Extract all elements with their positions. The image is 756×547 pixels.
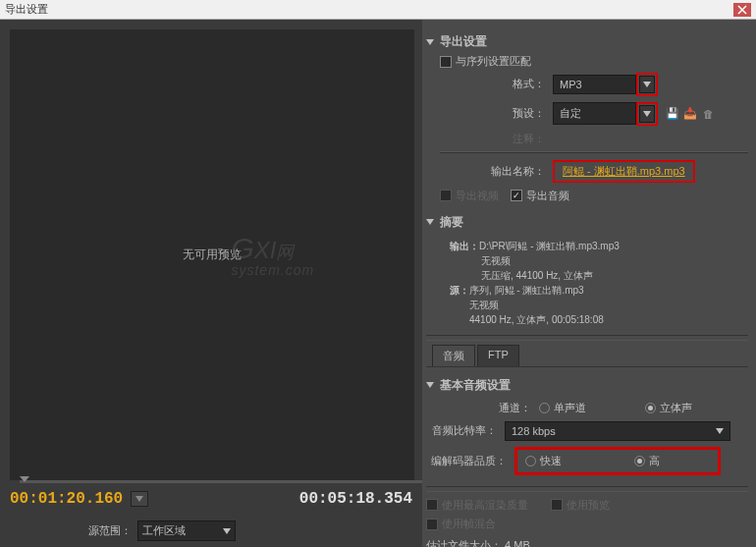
checkbox-icon: [426, 519, 438, 530]
checkbox-icon: [440, 56, 452, 68]
checkbox-icon: [551, 499, 563, 511]
preview-area: 无可用预览 GXI网 system.com: [10, 29, 414, 480]
bitrate-label: 音频比特率：: [426, 423, 505, 438]
comment-label: 注释：: [440, 132, 553, 146]
radio-fast[interactable]: 快速: [525, 454, 562, 468]
summary-header[interactable]: 摘要: [426, 210, 748, 235]
use-preview-checkbox: 使用预览: [551, 498, 610, 513]
preview-panel: 无可用预览 GXI网 system.com 00:01:20.160 00:05…: [0, 20, 422, 547]
bitrate-dropdown[interactable]: 128 kbps: [505, 421, 730, 441]
total-timecode: 00:05:18.354: [299, 490, 412, 508]
output-name-label: 输出名称：: [440, 164, 553, 179]
chevron-down-icon: [426, 219, 434, 225]
save-preset-icon[interactable]: 💾: [664, 106, 681, 122]
summary-block: 输出：D:\PR\阿鲲 - 渊虹出鞘.mp3.mp3 无视频 无压缩, 4410…: [426, 235, 748, 331]
current-timecode: 00:01:20.160: [10, 490, 123, 508]
delete-preset-icon[interactable]: 🗑: [699, 106, 717, 122]
checkbox-icon: [440, 190, 452, 201]
format-label: 格式：: [440, 77, 553, 91]
source-range-label: 源范围：: [88, 523, 132, 538]
radio-icon: [634, 456, 645, 466]
fit-button[interactable]: [131, 491, 148, 507]
radio-stereo[interactable]: 立体声: [645, 401, 692, 415]
titlebar: 导出设置: [0, 0, 756, 20]
chevron-down-icon: [223, 528, 231, 534]
checkbox-icon: [426, 499, 438, 511]
close-icon: [733, 3, 751, 17]
tab-audio[interactable]: 音频: [432, 345, 475, 366]
audio-settings-header[interactable]: 基本音频设置: [426, 373, 748, 398]
radio-high[interactable]: 高: [634, 454, 660, 468]
chevron-down-icon: [426, 382, 434, 388]
filesize-value: 4 MB: [505, 539, 530, 548]
output-name-link[interactable]: 阿鲲 - 渊虹出鞘.mp3.mp3: [563, 165, 685, 177]
timeline-bar: 00:01:20.160 00:05:18.354: [0, 483, 422, 515]
chevron-down-icon: [426, 39, 434, 45]
preset-dropdown-arrow[interactable]: [639, 105, 655, 123]
source-range-dropdown[interactable]: 工作区域: [137, 520, 236, 541]
format-dropdown-arrow[interactable]: [639, 76, 655, 93]
channel-label: 通道：: [426, 401, 539, 415]
radio-icon: [539, 403, 550, 413]
match-sequence-checkbox[interactable]: 与序列设置匹配: [440, 54, 531, 69]
filesize-label: 估计文件大小：: [426, 539, 502, 548]
radio-icon: [525, 456, 536, 466]
tabs: 音频 FTP: [426, 345, 748, 366]
tab-ftp[interactable]: FTP: [477, 345, 519, 366]
export-video-checkbox: 导出视频: [440, 189, 499, 203]
checkbox-icon: [511, 190, 522, 201]
quality-label: 编解码器品质：: [426, 454, 514, 468]
source-range-row: 源范围： 工作区域: [0, 515, 422, 547]
timeline-scrubber[interactable]: [20, 480, 422, 483]
export-settings-header[interactable]: 导出设置: [426, 29, 748, 54]
preset-dropdown[interactable]: 自定: [553, 102, 636, 125]
window-close-button[interactable]: [733, 3, 751, 17]
watermark: GXI网 system.com: [231, 234, 314, 277]
format-dropdown[interactable]: MP3: [553, 75, 636, 94]
preset-label: 预设：: [440, 106, 553, 121]
window-title: 导出设置: [5, 2, 733, 17]
radio-icon: [645, 403, 656, 413]
export-audio-checkbox[interactable]: 导出音频: [511, 189, 569, 203]
radio-mono[interactable]: 单声道: [539, 401, 586, 415]
use-mixdown-checkbox: 使用帧混合: [426, 517, 496, 531]
import-preset-icon[interactable]: 📥: [681, 106, 699, 122]
chevron-down-icon: [716, 428, 724, 434]
max-render-checkbox: 使用最高渲染质量: [426, 498, 528, 513]
settings-panel: 导出设置 与序列设置匹配 格式： MP3 预设： 自定 💾: [422, 20, 756, 547]
